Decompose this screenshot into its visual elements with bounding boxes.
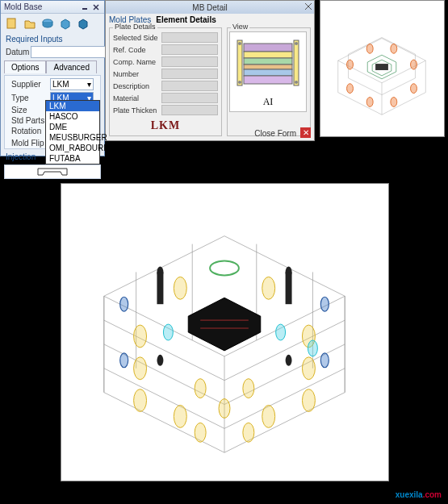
svg-point-25 bbox=[366, 98, 373, 107]
svg-point-55 bbox=[308, 340, 317, 356]
minimize-icon[interactable] bbox=[80, 2, 90, 12]
dropdown-item[interactable]: MEUSBURGER bbox=[46, 132, 99, 143]
svg-rect-27 bbox=[375, 64, 388, 70]
injection-shape-icon bbox=[36, 167, 69, 177]
close-form-link[interactable]: Close Form bbox=[254, 129, 296, 138]
svg-point-33 bbox=[302, 389, 315, 412]
comp-name-field[interactable] bbox=[161, 56, 218, 67]
svg-rect-13 bbox=[237, 40, 242, 85]
number-field[interactable] bbox=[161, 69, 218, 79]
mb-detail-dialog: MB Detail Mold Plates Element Details Pl… bbox=[105, 0, 315, 141]
material-label: Material bbox=[113, 94, 160, 102]
size-label: Size bbox=[11, 106, 48, 115]
svg-point-39 bbox=[243, 379, 254, 398]
dropdown-item[interactable]: FUTABA bbox=[46, 153, 99, 164]
view-label: AI bbox=[263, 96, 274, 108]
ref-code-label: Ref. Code bbox=[113, 46, 160, 54]
view-legend: View bbox=[231, 23, 249, 31]
description-field[interactable] bbox=[161, 81, 218, 91]
supplier-value: LKM bbox=[52, 80, 69, 89]
number-label: Number bbox=[113, 70, 160, 78]
material-field[interactable] bbox=[161, 93, 218, 103]
svg-rect-12 bbox=[244, 76, 292, 84]
svg-point-49 bbox=[157, 355, 163, 366]
supplier-select[interactable]: LKM▾ bbox=[50, 78, 94, 90]
svg-point-16 bbox=[295, 42, 298, 45]
svg-point-26 bbox=[391, 98, 397, 107]
tool-new-icon[interactable] bbox=[4, 15, 20, 31]
tab-advanced[interactable]: Advanced bbox=[46, 60, 96, 73]
svg-point-28 bbox=[134, 325, 147, 348]
supplier-label: Supplier bbox=[11, 80, 48, 89]
required-inputs-label: Required Inputs bbox=[1, 33, 104, 45]
svg-point-50 bbox=[286, 355, 292, 366]
svg-point-29 bbox=[134, 357, 147, 380]
svg-point-43 bbox=[120, 297, 128, 311]
stdparts-label: Std Parts bbox=[11, 116, 48, 125]
svg-rect-10 bbox=[244, 65, 292, 69]
svg-rect-51 bbox=[157, 272, 163, 304]
watermark-part1: xuexila bbox=[396, 490, 423, 499]
close-icon[interactable] bbox=[304, 2, 312, 12]
svg-point-17 bbox=[238, 81, 241, 84]
svg-point-42 bbox=[219, 399, 230, 419]
dialog-title: MB Detail bbox=[192, 3, 227, 12]
chevron-down-icon: ▾ bbox=[87, 80, 91, 89]
plate-details-legend: Plate Details bbox=[113, 23, 157, 31]
close-icon[interactable] bbox=[91, 2, 101, 12]
svg-point-36 bbox=[174, 406, 186, 428]
svg-point-34 bbox=[174, 277, 186, 299]
dropdown-item[interactable]: HASCO bbox=[46, 111, 99, 122]
svg-rect-14 bbox=[294, 40, 299, 85]
rotation-label: Rotation bbox=[11, 127, 48, 135]
mold-preview-icon bbox=[232, 35, 304, 95]
svg-point-53 bbox=[163, 324, 173, 340]
watermark-part2: .com bbox=[423, 490, 442, 499]
dropdown-item[interactable]: OMI_RABOURDIN bbox=[46, 143, 99, 153]
type-dropdown: LKM HASCO DME MEUSBURGER OMI_RABOURDIN F… bbox=[45, 100, 100, 165]
toolbar bbox=[1, 14, 104, 33]
dropdown-item[interactable]: DME bbox=[46, 122, 99, 132]
plate-thicken-field[interactable] bbox=[161, 105, 218, 115]
iso-view-large bbox=[61, 183, 389, 481]
panel-titlebar: Mold Base bbox=[1, 1, 104, 14]
tool-block2-icon[interactable] bbox=[75, 15, 91, 31]
moldflip-label: Mold Flip bbox=[11, 139, 48, 148]
svg-rect-3 bbox=[7, 19, 15, 28]
watermark: xuexila.com bbox=[396, 486, 442, 501]
svg-point-37 bbox=[262, 406, 275, 428]
svg-point-41 bbox=[243, 423, 254, 442]
svg-point-40 bbox=[195, 423, 206, 442]
dropdown-item[interactable]: LKM bbox=[46, 101, 99, 111]
close-button[interactable]: ✕ bbox=[300, 127, 311, 138]
svg-point-20 bbox=[411, 60, 417, 69]
svg-point-35 bbox=[262, 277, 275, 299]
lkm-logo: LKM bbox=[111, 118, 220, 134]
panel-title: Mold Base bbox=[4, 2, 42, 11]
tool-block1-icon[interactable] bbox=[57, 15, 73, 31]
selected-side-label: Selected Side bbox=[113, 34, 160, 42]
svg-point-22 bbox=[411, 84, 417, 94]
tab-options[interactable]: Options bbox=[4, 60, 46, 73]
type-label: Type bbox=[11, 94, 48, 102]
tool-open-icon[interactable] bbox=[22, 15, 38, 31]
svg-point-19 bbox=[347, 60, 354, 69]
plate-thicken-label: Plate Thicken bbox=[113, 106, 160, 115]
selected-side-field[interactable] bbox=[161, 32, 218, 43]
svg-rect-11 bbox=[244, 69, 292, 76]
svg-rect-7 bbox=[244, 44, 292, 52]
svg-rect-52 bbox=[286, 272, 292, 304]
tool-plate-icon[interactable] bbox=[40, 15, 56, 31]
mold-wireframe-small-icon bbox=[320, 1, 444, 136]
comp-name-label: Comp. Name bbox=[113, 58, 160, 66]
element-details-link[interactable]: Element Details bbox=[156, 15, 216, 24]
svg-point-15 bbox=[238, 42, 241, 45]
ref-code-field[interactable] bbox=[161, 44, 218, 55]
svg-point-23 bbox=[366, 44, 373, 53]
svg-rect-8 bbox=[244, 52, 292, 58]
dialog-titlebar: MB Detail bbox=[106, 1, 314, 14]
datum-label: Datum bbox=[6, 48, 29, 56]
description-label: Description bbox=[113, 82, 160, 90]
mold-base-panel: Mold Base Required Inputs Datum Options … bbox=[0, 0, 105, 156]
svg-point-30 bbox=[134, 389, 147, 412]
